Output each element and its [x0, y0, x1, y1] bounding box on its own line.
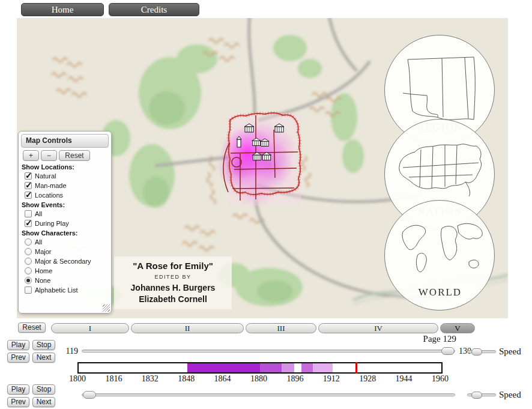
radio-row-none[interactable]: None: [25, 276, 111, 285]
year-label: 1832: [142, 374, 159, 384]
radio-row-home[interactable]: Home: [25, 266, 111, 275]
page-prev-button[interactable]: Prev: [7, 353, 29, 363]
checkbox-row-manmade[interactable]: Man-made: [25, 181, 111, 190]
during-play-checkbox[interactable]: [25, 220, 32, 227]
timeline-segment: [313, 363, 333, 372]
timeline-segment: [301, 363, 312, 372]
editor-name-1: Johannes H. Burgers: [114, 282, 232, 294]
sections-reset-button[interactable]: Reset: [18, 323, 46, 333]
app-page: Home Credits: [0, 0, 532, 409]
all-characters-radio[interactable]: [25, 238, 32, 246]
story-title-box: "A Rose for Emily" EDITED BY Johannes H.…: [114, 256, 232, 309]
manmade-label: Man-made: [35, 182, 67, 189]
checkbox-row-natural[interactable]: Natural: [25, 171, 111, 180]
world-map-art: WORLD: [385, 201, 495, 311]
world-label: WORLD: [419, 286, 462, 298]
time-play-button[interactable]: Play: [7, 384, 29, 395]
natural-checkbox[interactable]: [25, 172, 32, 180]
time-speed-slider[interactable]: [467, 393, 496, 396]
edited-by-label: EDITED BY: [114, 274, 232, 280]
all-characters-label: All: [35, 238, 42, 246]
page-slider-thumb[interactable]: [441, 347, 455, 355]
show-events-header: Show Events:: [22, 201, 111, 208]
locations-checkbox[interactable]: [25, 192, 32, 199]
page-next-button[interactable]: Next: [32, 353, 55, 363]
year-label: 1880: [250, 374, 267, 384]
major-label: Major: [35, 248, 52, 255]
page-speed-slider[interactable]: [467, 350, 496, 353]
map-controls-title[interactable]: Map Controls: [21, 134, 109, 148]
none-radio[interactable]: [25, 277, 32, 284]
section-tab-5[interactable]: V: [440, 323, 475, 333]
alphabetic-list-checkbox[interactable]: [25, 286, 32, 294]
year-label: 1896: [286, 374, 303, 384]
manmade-checkbox[interactable]: [25, 182, 32, 189]
during-play-label: During Play: [35, 220, 69, 227]
year-label: 1928: [359, 374, 376, 384]
all-events-label: All: [35, 210, 42, 217]
major-secondary-label: Major & Secondary: [35, 258, 91, 265]
section-tab-2[interactable]: II: [131, 323, 244, 333]
time-speed-thumb[interactable]: [471, 392, 482, 399]
locations-label: Locations: [35, 192, 63, 199]
timeline-segment: [260, 363, 282, 372]
timeline-segment: [187, 363, 260, 372]
page-speed-label: Speed: [499, 347, 521, 357]
radio-row-major-secondary[interactable]: Major & Secondary: [25, 256, 111, 265]
map-controls-panel: Map Controls + − Reset Show Locations: N…: [18, 131, 112, 314]
panel-resize-grip[interactable]: [103, 304, 110, 312]
section-tab-3[interactable]: III: [246, 323, 316, 333]
page-slider[interactable]: [82, 350, 455, 353]
year-label: 1848: [178, 374, 195, 384]
page-indicator: Page 129: [393, 334, 456, 344]
zoom-out-button[interactable]: −: [41, 150, 57, 161]
map-canvas[interactable]: REGION NATION: [17, 18, 508, 318]
alphabetic-list-label: Alphabetic List: [35, 286, 78, 294]
show-characters-header: Show Characters:: [22, 229, 111, 237]
checkbox-row-alphabetic[interactable]: Alphabetic List: [25, 285, 111, 294]
time-speed-label: Speed: [499, 390, 521, 400]
major-secondary-radio[interactable]: [25, 258, 32, 265]
page-speed-thumb[interactable]: [471, 348, 482, 356]
natural-label: Natural: [35, 172, 56, 180]
radio-row-major[interactable]: Major: [25, 247, 111, 256]
time-next-button[interactable]: Next: [32, 397, 55, 407]
time-slider-thumb[interactable]: [83, 391, 96, 399]
timeline-year-labels: 1800 1816 1832 1848 1864 1880 1896 1912 …: [77, 374, 440, 384]
none-label: None: [35, 277, 50, 284]
story-title: "A Rose for Emily": [114, 261, 232, 271]
time-slider[interactable]: [82, 393, 455, 396]
year-label: 1816: [105, 374, 122, 384]
page-stop-button[interactable]: Stop: [32, 340, 55, 350]
show-locations-header: Show Locations:: [22, 163, 111, 171]
home-label: Home: [35, 267, 52, 274]
page-play-button[interactable]: Play: [7, 340, 29, 350]
section-tabs: I II III IV V: [51, 323, 475, 333]
checkbox-row-locations[interactable]: Locations: [25, 190, 111, 199]
page-range-start: 119: [58, 347, 78, 356]
home-radio[interactable]: [25, 267, 32, 274]
checkbox-row-all-events[interactable]: All: [25, 209, 111, 218]
world-inset-button[interactable]: WORLD: [384, 200, 495, 311]
major-radio[interactable]: [25, 248, 32, 255]
all-events-checkbox[interactable]: [25, 210, 32, 217]
section-tab-4[interactable]: IV: [318, 323, 438, 333]
zoom-in-button[interactable]: +: [23, 150, 39, 161]
year-label: 1864: [214, 374, 231, 384]
year-label: 1912: [323, 374, 340, 384]
radio-row-all-characters[interactable]: All: [25, 237, 111, 246]
year-label: 1800: [69, 374, 86, 384]
checkbox-row-during-play[interactable]: During Play: [25, 219, 111, 228]
year-label: 1960: [432, 374, 449, 384]
section-tab-1[interactable]: I: [51, 323, 129, 333]
nav-credits-tab[interactable]: Credits: [109, 3, 199, 16]
timeline-bar[interactable]: [77, 362, 443, 374]
time-stop-button[interactable]: Stop: [32, 384, 55, 395]
zoom-reset-button[interactable]: Reset: [59, 150, 90, 161]
timeline-segment: [282, 363, 294, 372]
year-label: 1944: [396, 374, 413, 384]
nav-home-tab[interactable]: Home: [21, 3, 104, 16]
time-prev-button[interactable]: Prev: [7, 397, 29, 407]
editor-name-2: Elizabeth Cornell: [114, 294, 232, 305]
timeline-marker: [355, 362, 357, 374]
